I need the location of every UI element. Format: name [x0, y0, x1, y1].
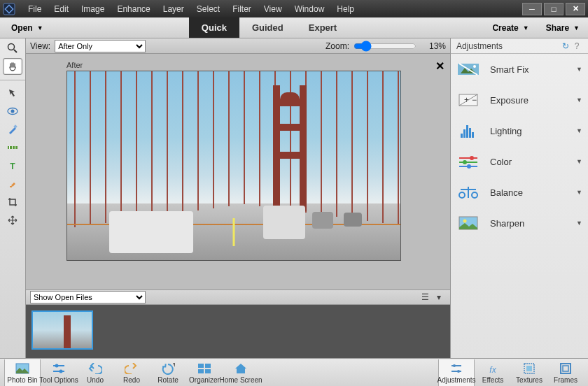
create-menu[interactable]: Create▼: [484, 17, 537, 38]
undo-icon: [88, 362, 102, 376]
hand-tool[interactable]: [3, 58, 22, 75]
svg-point-32: [472, 192, 477, 198]
view-select[interactable]: After Only: [55, 40, 146, 52]
bottom-frames[interactable]: Frames: [547, 359, 584, 386]
bottom-undo[interactable]: Undo: [77, 359, 113, 386]
whiten-tool[interactable]: [3, 121, 22, 138]
close-document-button[interactable]: ✕: [435, 59, 444, 73]
textures-icon: [524, 362, 535, 376]
adjustment-lighting[interactable]: Lighting▼: [451, 115, 588, 146]
menu-file[interactable]: File: [22, 3, 47, 15]
close-button[interactable]: ✕: [566, 3, 585, 15]
photobin-icon: [15, 362, 29, 376]
svg-point-14: [473, 65, 476, 68]
svg-rect-51: [526, 366, 532, 371]
reset-icon[interactable]: ↻: [560, 41, 571, 51]
exposure-icon: +−: [456, 91, 480, 109]
bin-menu-icon[interactable]: ▾: [432, 292, 446, 302]
svg-rect-41: [198, 364, 204, 368]
menu-layer[interactable]: Layer: [158, 3, 190, 15]
tooloptions-icon: [52, 362, 66, 376]
photo-bin: [26, 305, 450, 358]
straighten-tool[interactable]: [3, 139, 22, 156]
svg-line-3: [14, 50, 17, 52]
svg-rect-44: [205, 369, 211, 373]
bottom-textures[interactable]: Textures: [511, 359, 547, 386]
chevron-down-icon: ▼: [576, 220, 582, 227]
open-menu[interactable]: Open▼: [0, 17, 55, 38]
adjustment-sharpen[interactable]: Sharpen▼: [451, 208, 588, 238]
view-label: View:: [30, 41, 50, 51]
menu-select[interactable]: Select: [191, 3, 225, 15]
after-label: After: [66, 61, 435, 69]
bottom-tool-options[interactable]: Tool Options: [41, 359, 77, 386]
bottom-home-screen[interactable]: Home Screen: [223, 359, 259, 386]
chevron-down-icon: ▼: [576, 189, 582, 196]
zoom-tool[interactable]: [3, 40, 22, 57]
bin-sort-icon[interactable]: ☰: [418, 292, 432, 302]
menu-edit[interactable]: Edit: [48, 3, 74, 15]
svg-rect-43: [198, 369, 204, 373]
svg-point-2: [8, 44, 15, 50]
adjustments-panel: Adjustments ↻ ? Smart Fix▼+−Exposure▼Lig…: [450, 38, 588, 358]
move-tool[interactable]: [3, 212, 22, 229]
menu-view[interactable]: View: [258, 3, 288, 15]
document-canvas[interactable]: document.write(Array.from({length:22},(_…: [66, 71, 401, 261]
panel-title: Adjustments: [456, 41, 503, 51]
zoom-slider[interactable]: [354, 41, 416, 52]
svg-rect-53: [563, 366, 568, 371]
organizer-icon: [198, 362, 211, 376]
tab-expert[interactable]: Expert: [296, 17, 349, 38]
bottom-organizer[interactable]: Organizer: [186, 359, 223, 386]
bin-select[interactable]: Show Open Files: [30, 291, 146, 303]
menu-help[interactable]: Help: [331, 3, 360, 15]
healing-tool[interactable]: [3, 176, 22, 192]
chevron-down-icon: ▼: [523, 24, 529, 31]
svg-point-31: [459, 192, 465, 198]
photo-thumbnail[interactable]: [31, 310, 93, 350]
bottom-photo-bin[interactable]: Photo Bin: [4, 359, 41, 386]
type-tool[interactable]: T: [3, 157, 22, 174]
svg-point-24: [470, 156, 474, 160]
svg-rect-8: [9, 146, 10, 149]
svg-point-28: [467, 164, 471, 169]
adjustment-balance[interactable]: Balance▼: [451, 177, 588, 208]
zoom-label: Zoom:: [326, 41, 349, 51]
tab-quick[interactable]: Quick: [189, 17, 239, 38]
selection-tool[interactable]: [3, 85, 22, 101]
svg-rect-22: [472, 132, 474, 138]
share-menu[interactable]: Share▼: [538, 17, 588, 38]
view-bar: View: After Only Zoom: 13%: [26, 38, 450, 54]
crop-tool[interactable]: [3, 194, 22, 210]
bottom-effects[interactable]: fxEffects: [475, 359, 511, 386]
adjustment-smart-fix[interactable]: Smart Fix▼: [451, 54, 588, 85]
svg-point-34: [463, 220, 467, 223]
bottom-adjustments[interactable]: Adjustments: [438, 359, 475, 386]
bottom-redo[interactable]: Redo: [113, 359, 150, 386]
menu-bar: FileEditImageEnhanceLayerSelectFilterVie…: [22, 3, 360, 15]
help-icon[interactable]: ?: [571, 41, 582, 51]
home-icon: [234, 362, 247, 376]
svg-rect-19: [463, 129, 465, 138]
maximize-button[interactable]: □: [544, 3, 564, 15]
bin-bar: Show Open Files ☰ ▾: [26, 290, 450, 305]
menu-filter[interactable]: Filter: [227, 3, 257, 15]
redeye-tool[interactable]: [3, 103, 22, 120]
minimize-button[interactable]: ─: [522, 3, 542, 15]
adjustment-exposure[interactable]: +−Exposure▼: [451, 85, 588, 115]
svg-point-37: [55, 364, 59, 367]
svg-point-46: [453, 364, 456, 367]
adjustment-color[interactable]: Color▼: [451, 146, 588, 177]
zoom-percent: 13%: [421, 41, 446, 51]
tab-guided[interactable]: Guided: [239, 17, 296, 38]
menu-image[interactable]: Image: [76, 3, 110, 15]
svg-point-48: [457, 370, 460, 373]
svg-text:fx: fx: [489, 365, 496, 374]
svg-rect-18: [461, 134, 463, 138]
svg-rect-42: [205, 364, 211, 368]
bottom-rotate[interactable]: ▾Rotate: [150, 359, 186, 386]
svg-rect-9: [12, 146, 13, 149]
app-logo-icon: [3, 3, 15, 15]
menu-enhance[interactable]: Enhance: [111, 3, 155, 15]
menu-window[interactable]: Window: [289, 3, 330, 15]
